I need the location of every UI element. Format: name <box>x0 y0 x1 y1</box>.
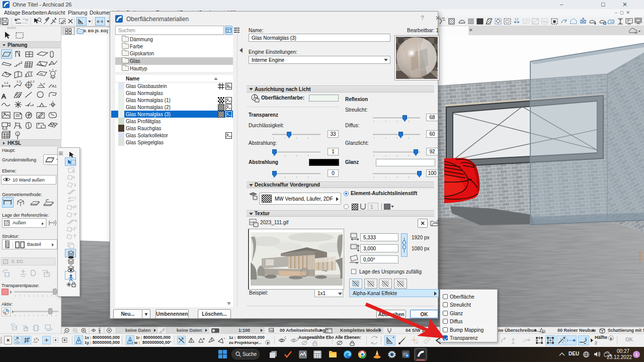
svg-text:A1: A1 <box>52 84 57 88</box>
svg-text:1.2: 1.2 <box>4 81 9 84</box>
svg-text:1z: 1z <box>634 31 637 34</box>
svg-text:1.2: 1.2 <box>515 18 518 21</box>
svg-text:Abc: Abc <box>542 20 547 23</box>
svg-text:1.2: 1.2 <box>17 80 21 83</box>
svg-text:1.2: 1.2 <box>30 80 35 83</box>
svg-text:1: 1 <box>17 133 19 136</box>
svg-text:A: A <box>2 93 6 100</box>
svg-text:α: α <box>43 82 45 85</box>
svg-text:α: α <box>356 261 358 264</box>
